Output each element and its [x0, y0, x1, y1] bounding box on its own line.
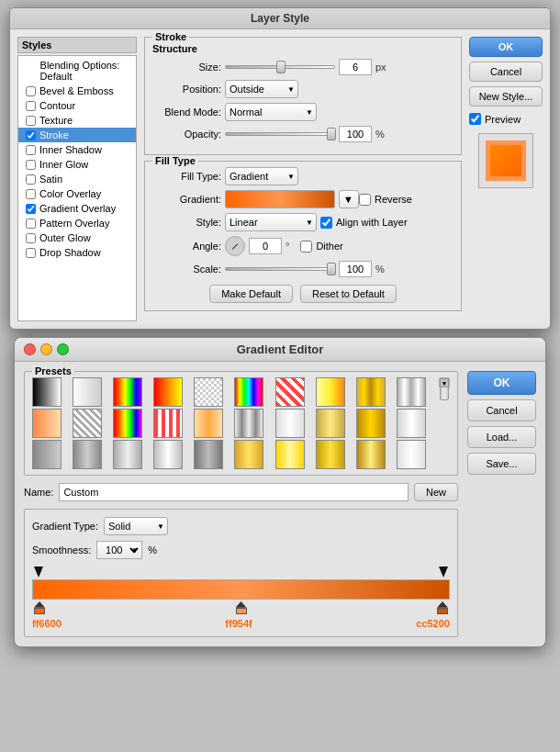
style-item[interactable]: Stroke — [18, 128, 136, 142]
style-item[interactable]: Color Overlay — [18, 186, 136, 201]
style-item[interactable]: Pattern Overlay — [18, 216, 136, 230]
ge-load-button[interactable]: Load... — [467, 426, 536, 448]
preset-24[interactable] — [153, 440, 183, 469]
angle-circle[interactable] — [225, 236, 245, 256]
reverse-checkbox[interactable] — [359, 194, 371, 206]
preset-21[interactable] — [32, 440, 62, 469]
style-item[interactable]: Inner Shadow — [18, 142, 136, 157]
new-style-button[interactable]: New Style... — [469, 86, 543, 107]
style-checkbox[interactable] — [26, 189, 36, 199]
preset-13[interactable] — [113, 409, 142, 438]
preset-28[interactable] — [316, 440, 345, 469]
style-checkbox[interactable] — [26, 160, 36, 170]
style-item[interactable]: Drop Shadow — [18, 245, 136, 260]
make-default-button[interactable]: Make Default — [209, 285, 293, 303]
preset-22[interactable] — [73, 440, 102, 469]
style-checkbox[interactable] — [26, 233, 36, 243]
preset-1[interactable] — [32, 377, 62, 407]
blend-mode-select[interactable]: Normal Multiply Screen — [225, 103, 317, 121]
style-checkbox[interactable] — [26, 219, 36, 229]
style-checkbox[interactable] — [26, 86, 36, 96]
style-checkbox[interactable] — [26, 248, 36, 258]
position-select[interactable]: Outside Inside Center — [225, 80, 298, 98]
preset-17[interactable] — [275, 409, 305, 438]
ge-cancel-button[interactable]: Cancel — [467, 399, 536, 421]
preview-checkbox[interactable] — [469, 113, 481, 125]
color-stop-1[interactable] — [34, 601, 45, 614]
ge-save-button[interactable]: Save... — [467, 453, 536, 475]
size-slider[interactable] — [225, 65, 335, 69]
color-stop-2[interactable] — [236, 601, 247, 614]
preset-16[interactable] — [234, 409, 263, 438]
gradient-type-select[interactable]: Solid Noise — [104, 517, 168, 535]
preset-29[interactable] — [356, 440, 386, 469]
scale-input[interactable] — [339, 261, 372, 277]
opacity-input[interactable] — [339, 126, 372, 142]
style-item[interactable]: Contour — [18, 98, 136, 113]
color-stop-3[interactable] — [437, 601, 448, 614]
reset-default-button[interactable]: Reset to Default — [300, 285, 397, 303]
style-checkbox[interactable] — [26, 204, 36, 214]
size-input[interactable] — [339, 59, 372, 75]
preset-26[interactable] — [234, 440, 263, 469]
preset-27[interactable] — [275, 440, 305, 469]
fill-type-select[interactable]: Gradient Color Pattern — [225, 167, 298, 185]
dither-checkbox[interactable] — [300, 241, 312, 253]
preset-10[interactable] — [397, 377, 426, 407]
preset-5[interactable] — [194, 377, 223, 407]
style-item[interactable]: Bevel & Emboss — [18, 84, 136, 98]
preset-4[interactable] — [153, 377, 183, 407]
style-item[interactable]: Inner Glow — [18, 157, 136, 172]
preset-20[interactable] — [397, 409, 426, 438]
preset-18[interactable] — [316, 409, 345, 438]
preset-14[interactable] — [153, 409, 183, 438]
style-item[interactable]: Blending Options: Default — [18, 58, 136, 84]
name-input[interactable] — [59, 483, 409, 501]
style-item[interactable]: Satin — [18, 172, 136, 186]
preset-7[interactable] — [275, 377, 305, 407]
size-thumb[interactable] — [276, 61, 286, 73]
style-item[interactable]: Gradient Overlay — [18, 201, 136, 216]
gradient-dropdown[interactable]: ▼ — [339, 190, 359, 208]
preset-11[interactable] — [32, 409, 62, 438]
preset-6[interactable] — [234, 377, 263, 407]
new-button[interactable]: New — [414, 483, 458, 501]
close-button[interactable] — [24, 343, 36, 355]
opacity-thumb[interactable] — [327, 128, 336, 140]
preset-30[interactable] — [397, 440, 426, 469]
preset-2[interactable] — [73, 377, 102, 407]
minimize-button[interactable] — [40, 343, 52, 355]
opacity-stop-right[interactable] — [439, 567, 448, 578]
preset-8[interactable] — [316, 377, 345, 407]
scroll-down[interactable]: ▼ — [440, 378, 449, 387]
ge-ok-button[interactable]: OK — [467, 371, 536, 395]
style-checkbox[interactable] — [26, 101, 36, 111]
preset-12[interactable] — [73, 409, 102, 438]
scale-slider[interactable] — [225, 267, 335, 271]
style-item[interactable]: Outer Glow — [18, 230, 136, 245]
preset-9[interactable] — [356, 377, 386, 407]
align-checkbox[interactable] — [320, 217, 332, 229]
scale-thumb[interactable] — [327, 263, 336, 275]
presets-scrollbar[interactable]: ▲ ▼ — [439, 377, 450, 388]
cancel-button[interactable]: Cancel — [469, 62, 543, 82]
style-checkbox[interactable] — [26, 130, 36, 140]
preset-19[interactable] — [356, 409, 386, 438]
preset-15[interactable] — [194, 409, 223, 438]
preset-23[interactable] — [113, 440, 142, 469]
opacity-slider[interactable] — [225, 132, 335, 136]
maximize-button[interactable] — [57, 343, 69, 355]
gradient-preview-bar[interactable] — [32, 579, 450, 600]
smoothness-select[interactable]: 100 75 50 — [96, 541, 142, 559]
opacity-stop-left[interactable] — [34, 567, 43, 578]
style-checkbox[interactable] — [26, 116, 36, 126]
angle-input[interactable] — [249, 238, 282, 254]
style-item[interactable]: Texture — [18, 113, 136, 128]
ok-button[interactable]: OK — [469, 37, 543, 57]
preset-25[interactable] — [194, 440, 223, 469]
style-checkbox[interactable] — [26, 145, 36, 155]
gradient-bar[interactable] — [225, 190, 335, 208]
style-select[interactable]: Linear Radial Angle — [225, 213, 317, 231]
preset-3[interactable] — [113, 377, 142, 407]
style-checkbox[interactable] — [26, 174, 36, 185]
